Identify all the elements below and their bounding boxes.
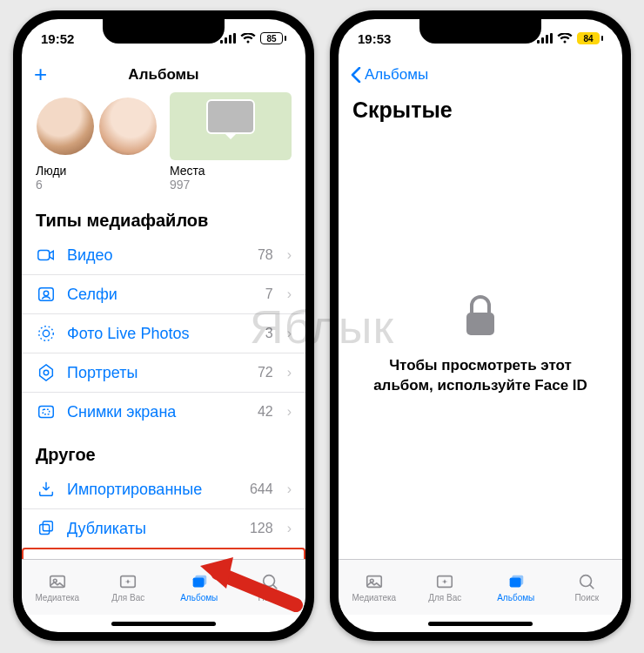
chevron-right-icon: › [287,365,292,380]
portrait-icon [36,362,57,383]
row-label: Видео [67,246,247,265]
tab-library[interactable]: Медиатека [339,560,410,615]
svg-rect-12 [40,524,50,534]
phone-left: 19:52 85 + Альбомы [13,10,314,641]
video-icon [36,245,57,266]
locked-album-placeholder: Чтобы просмотреть этот альбом, используй… [339,130,622,559]
annotation-arrow-icon [200,557,305,618]
row-video[interactable]: Видео 78 › [22,236,305,274]
row-count: 7 [265,286,273,302]
chevron-right-icon: › [287,286,292,302]
tab-library[interactable]: Медиатека [22,560,93,615]
row-label: Селфи [67,286,255,304]
import-icon [36,479,57,500]
tab-label: Для Вас [428,593,461,603]
row-live-photos[interactable]: Фото Live Photos 3 › [22,313,305,353]
add-button[interactable]: + [34,61,47,88]
tab-label: Медиатека [35,593,79,603]
svg-rect-4 [38,251,50,260]
status-time: 19:53 [358,31,391,46]
album-count: 997 [170,178,292,192]
row-selfie[interactable]: Селфи 7 › [22,274,305,313]
tab-label: Поиск [574,593,599,603]
svg-rect-25 [546,35,548,44]
battery-level: 84 [577,32,600,44]
tab-foryou[interactable]: Для Вас [93,560,164,615]
locked-message: Чтобы просмотреть этот альбом, используй… [365,356,596,394]
media-types-list: Видео 78 › Селфи 7 › Фото Live Photos 3 … [22,236,305,431]
svg-point-8 [39,326,54,341]
album-count: 6 [36,178,158,192]
row-imported[interactable]: Импортированные 644 › [22,470,305,508]
tab-search[interactable]: Поиск [552,560,623,615]
map-thumbnail [170,92,292,160]
album-name: Места [170,164,292,178]
svg-rect-1 [225,37,227,44]
back-button[interactable]: Альбомы [351,66,428,84]
row-label: Снимки экрана [67,403,247,421]
battery-indicator: 85 [260,32,286,44]
svg-point-6 [44,291,49,296]
other-list: Импортированные 644 › Дубликаты 128 › Ск… [22,470,305,559]
album-name: Люди [36,164,158,178]
row-portraits[interactable]: Портреты 72 › [22,353,305,392]
battery-indicator: 84 [577,32,603,44]
lock-icon [461,293,500,342]
wifi-icon [557,31,573,46]
person-avatar [99,98,157,155]
notch [419,19,541,44]
albums-row: Люди 6 Места 997 [22,92,305,197]
svg-point-33 [580,576,592,587]
tab-label: Медиатека [352,593,396,603]
duplicates-icon [36,518,57,539]
svg-point-9 [44,370,49,375]
svg-rect-3 [233,33,236,44]
svg-rect-13 [43,522,52,531]
chevron-right-icon: › [287,404,292,420]
tab-albums[interactable]: Альбомы [480,560,552,615]
row-count: 3 [265,326,273,341]
chevron-right-icon: › [287,521,292,536]
row-count: 42 [258,404,273,420]
tab-foryou[interactable]: Для Вас [410,560,481,615]
row-screenshots[interactable]: Снимки экрана 42 › [22,392,305,431]
svg-rect-11 [43,409,49,414]
row-label: Портреты [67,364,247,382]
row-count: 72 [258,365,273,380]
tab-label: Альбомы [497,593,534,603]
back-label: Альбомы [365,66,428,84]
svg-rect-27 [466,313,494,335]
row-count: 128 [250,521,273,536]
row-label: Фото Live Photos [67,325,255,343]
phone-right: 19:53 84 Альбомы Скрытые [330,10,631,641]
svg-point-7 [43,330,49,336]
section-media-types-title: Типы медиафайлов [22,197,305,236]
svg-rect-5 [39,288,54,301]
svg-rect-24 [541,37,544,44]
row-duplicates[interactable]: Дубликаты 128 › [22,508,305,548]
nav-header: Альбомы [339,57,622,92]
notch [103,19,225,44]
album-people[interactable]: Люди 6 [36,92,158,192]
album-places[interactable]: Места 997 [170,92,292,192]
person-avatar [37,98,94,155]
selfie-icon [36,284,57,305]
nav-title: Альбомы [128,66,198,84]
section-other-title: Другое [22,431,305,470]
wifi-icon [240,31,256,46]
status-time: 19:52 [41,31,74,46]
map-marker-icon [206,99,255,134]
row-label: Дубликаты [67,520,239,538]
home-indicator[interactable] [339,615,622,632]
tab-bar: Медиатека Для Вас Альбомы Поиск [339,559,622,615]
chevron-right-icon: › [287,326,292,341]
nav-header: + Альбомы [22,57,305,92]
svg-rect-26 [550,33,553,44]
svg-rect-0 [220,40,223,44]
svg-rect-10 [39,407,54,418]
svg-rect-23 [537,40,540,44]
row-label: Импортированные [67,481,239,499]
battery-level: 85 [260,32,283,44]
chevron-right-icon: › [287,247,292,263]
page-title: Скрытые [339,92,622,130]
